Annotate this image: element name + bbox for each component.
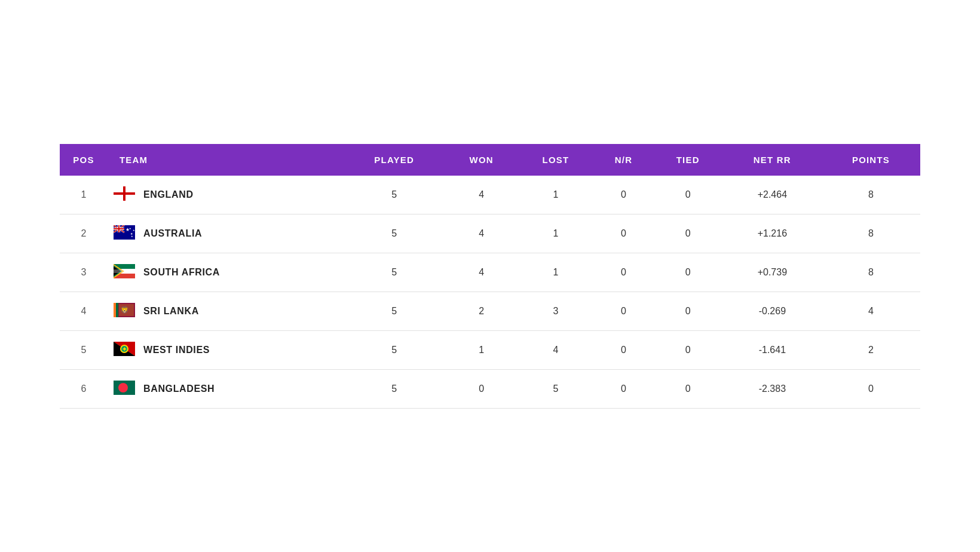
flag-england	[114, 186, 135, 203]
header-won: WON	[446, 144, 517, 176]
cell-net-rr: +2.464	[723, 176, 822, 214]
flag-west-indies: ✦	[114, 342, 135, 358]
cell-team: BANGLADESH	[108, 369, 343, 408]
cell-team: ✦ WEST INDIES	[108, 330, 343, 369]
svg-text:★: ★	[133, 229, 135, 232]
flag-sri-lanka: 🦁	[114, 303, 135, 320]
header-team: TEAM	[108, 144, 343, 176]
header-lost: LOST	[517, 144, 595, 176]
team-name-label: SOUTH AFRICA	[143, 267, 220, 278]
svg-text:★: ★	[129, 227, 131, 230]
cell-played: 5	[343, 214, 446, 253]
svg-rect-26	[114, 303, 116, 317]
team-name-label: BANGLADESH	[143, 384, 215, 394]
header-tied: TIED	[653, 144, 723, 176]
cell-nr: 0	[594, 292, 653, 330]
cell-tied: 0	[653, 330, 723, 369]
header-nr: N/R	[594, 144, 653, 176]
cell-net-rr: +0.739	[723, 253, 822, 292]
cell-points: 8	[822, 253, 920, 292]
table-row: 4 🦁 SRI LANKA52300-0.2694	[60, 292, 920, 330]
cell-tied: 0	[653, 176, 723, 214]
cell-pos: 6	[60, 369, 108, 408]
team-name-label: ENGLAND	[143, 189, 194, 200]
cell-played: 5	[343, 369, 446, 408]
cell-tied: 0	[653, 214, 723, 253]
svg-rect-12	[114, 228, 124, 229]
cell-pos: 2	[60, 214, 108, 253]
table-row: 2 ★ ★ ★ ★ ★ AUSTRALIA54100+1.2168	[60, 214, 920, 253]
table-row: 5 ✦ WEST INDIES51400-1.6412	[60, 330, 920, 369]
flag-south-africa	[114, 264, 135, 281]
cell-points: 8	[822, 176, 920, 214]
cell-team: 🦁 SRI LANKA	[108, 292, 343, 330]
cell-nr: 0	[594, 330, 653, 369]
cell-nr: 0	[594, 176, 653, 214]
header-net-rr: NET RR	[723, 144, 822, 176]
svg-text:★: ★	[131, 235, 133, 238]
cell-pos: 1	[60, 176, 108, 214]
table-header-row: POS TEAM PLAYED WON LOST N/R TIED NET RR…	[60, 144, 920, 176]
cell-played: 5	[343, 292, 446, 330]
cell-won: 0	[446, 369, 517, 408]
cell-nr: 0	[594, 214, 653, 253]
cell-won: 2	[446, 292, 517, 330]
cell-tied: 0	[653, 292, 723, 330]
header-pos: POS	[60, 144, 108, 176]
flag-bangladesh	[114, 381, 135, 397]
cell-pos: 3	[60, 253, 108, 292]
cell-points: 2	[822, 330, 920, 369]
cell-won: 4	[446, 176, 517, 214]
cell-lost: 1	[517, 214, 595, 253]
cell-net-rr: -1.641	[723, 330, 822, 369]
cell-lost: 5	[517, 369, 595, 408]
cell-net-rr: -2.383	[723, 369, 822, 408]
cell-nr: 0	[594, 369, 653, 408]
cell-tied: 0	[653, 253, 723, 292]
team-name-label: WEST INDIES	[143, 345, 210, 355]
cell-won: 1	[446, 330, 517, 369]
svg-text:✦: ✦	[122, 346, 127, 352]
table-row: 1 ENGLAND54100+2.4648	[60, 176, 920, 214]
cell-won: 4	[446, 214, 517, 253]
cell-points: 0	[822, 369, 920, 408]
cell-net-rr: -0.269	[723, 292, 822, 330]
header-points: POINTS	[822, 144, 920, 176]
standings-table: POS TEAM PLAYED WON LOST N/R TIED NET RR…	[60, 144, 920, 409]
cell-nr: 0	[594, 253, 653, 292]
cell-lost: 1	[517, 253, 595, 292]
team-name-label: AUSTRALIA	[143, 228, 202, 239]
svg-rect-2	[123, 186, 125, 201]
standings-table-container: POS TEAM PLAYED WON LOST N/R TIED NET RR…	[60, 144, 920, 409]
svg-rect-27	[116, 303, 118, 317]
cell-played: 5	[343, 253, 446, 292]
cell-team: ENGLAND	[108, 176, 343, 214]
cell-played: 5	[343, 176, 446, 214]
cell-lost: 3	[517, 292, 595, 330]
table-row: 3 SOUTH AFRICA54100+0.7398	[60, 253, 920, 292]
cell-won: 4	[446, 253, 517, 292]
cell-tied: 0	[653, 369, 723, 408]
table-row: 6 BANGLADESH50500-2.3830	[60, 369, 920, 408]
cell-pos: 5	[60, 330, 108, 369]
cell-team: ★ ★ ★ ★ ★ AUSTRALIA	[108, 214, 343, 253]
svg-text:🦁: 🦁	[120, 305, 129, 314]
cell-team: SOUTH AFRICA	[108, 253, 343, 292]
cell-lost: 4	[517, 330, 595, 369]
flag-australia: ★ ★ ★ ★ ★	[114, 225, 135, 242]
cell-points: 4	[822, 292, 920, 330]
cell-net-rr: +1.216	[723, 214, 822, 253]
cell-points: 8	[822, 214, 920, 253]
svg-rect-24	[114, 269, 135, 273]
cell-pos: 4	[60, 292, 108, 330]
cell-lost: 1	[517, 176, 595, 214]
cell-played: 5	[343, 330, 446, 369]
team-name-label: SRI LANKA	[143, 306, 199, 317]
svg-point-39	[118, 383, 128, 392]
header-played: PLAYED	[343, 144, 446, 176]
